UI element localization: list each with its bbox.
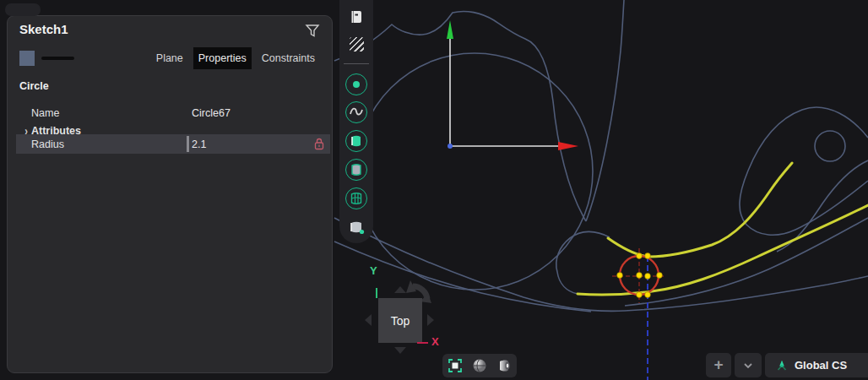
slot-end-cap[interactable]	[556, 231, 610, 294]
gizmo-y-axis-label[interactable]: Y	[370, 264, 377, 277]
sketch-tool-sidebar	[339, 0, 373, 243]
name-label: Name	[31, 107, 59, 119]
origin-point[interactable]	[448, 144, 453, 149]
tab-constraints[interactable]: Constraints	[257, 47, 320, 69]
point-tool[interactable]	[345, 73, 367, 95]
radius-property-row[interactable]: Radius 2.1	[16, 134, 330, 154]
properties-panel: Sketch1 Plane Properties Constraints Cir…	[7, 15, 333, 373]
entity-type-header: Circle	[19, 80, 49, 92]
surface-fill-icon	[346, 131, 366, 151]
sketch-linestyle-preview[interactable]	[41, 57, 74, 60]
gizmo-x-axis-label[interactable]: X	[431, 335, 439, 348]
zoom-frame-icon[interactable]	[448, 358, 463, 373]
global-cs-label: Global CS	[795, 359, 847, 372]
spline-tool[interactable]	[345, 101, 367, 123]
filter-funnel-icon	[303, 21, 322, 40]
panel-tabs: Plane Properties Constraints	[151, 47, 320, 69]
chevron-down-icon	[742, 360, 754, 372]
surface-patch-tool[interactable]	[345, 159, 367, 181]
surface-grid-icon	[346, 188, 366, 209]
x-axis-arrowhead	[558, 142, 578, 150]
y-axis-arrowhead	[447, 20, 453, 39]
revolve-body-icon[interactable]	[496, 358, 512, 373]
point-icon	[346, 74, 366, 95]
shaded-sphere-icon[interactable]	[472, 358, 487, 373]
coordinate-system-dropdown-button[interactable]	[735, 353, 762, 377]
view-cube-top-face[interactable]: Top	[378, 298, 422, 343]
coordinate-system-toolbar: + Global CS	[706, 353, 868, 377]
radius-value-input[interactable]: 2.1	[192, 138, 206, 150]
radius-lock-button[interactable]	[313, 137, 325, 151]
global-cs-button[interactable]: Global CS	[765, 353, 868, 377]
name-property-row[interactable]: Name Circle67	[16, 103, 330, 122]
tab-properties[interactable]: Properties	[193, 47, 252, 69]
add-coordinate-system-button[interactable]: +	[706, 353, 731, 377]
hatch-region-icon[interactable]	[348, 35, 365, 52]
surface-fill-tool[interactable]	[345, 130, 367, 152]
selected-curve-upper[interactable]	[608, 163, 792, 257]
radius-label: Radius	[31, 138, 64, 150]
toolbar-divider	[344, 63, 369, 64]
sketch-color-swatch[interactable]	[19, 51, 35, 66]
cam-head-hole[interactable]	[815, 131, 845, 161]
display-mode-toolbar	[442, 354, 517, 377]
inner-circle[interactable]	[356, 53, 593, 290]
surface-patch-icon	[346, 160, 366, 180]
panel-title: Sketch1	[19, 22, 68, 36]
coordinate-system-icon	[775, 359, 789, 372]
name-value[interactable]: Circle67	[192, 107, 231, 119]
sketch-wireframe-curves[interactable]	[334, 0, 868, 312]
surface-offset-tool[interactable]	[345, 216, 367, 238]
cad-app-window: { "panel": { "title": "Sketch1", "tabs":…	[0, 0, 868, 380]
surface-offset-icon	[345, 216, 367, 238]
filter-button[interactable]	[303, 21, 322, 40]
surface-grid-tool[interactable]	[345, 187, 367, 209]
sketch-mode-icon[interactable]	[348, 8, 365, 25]
value-drag-handle[interactable]	[187, 136, 189, 152]
panel-collapse-handle[interactable]	[5, 3, 41, 16]
lock-icon	[313, 137, 325, 151]
cam-head-inner-curve[interactable]	[777, 160, 868, 252]
sketch-origin-axes[interactable]	[447, 20, 578, 150]
spline-icon	[346, 102, 366, 122]
tab-plane[interactable]: Plane	[151, 47, 188, 69]
